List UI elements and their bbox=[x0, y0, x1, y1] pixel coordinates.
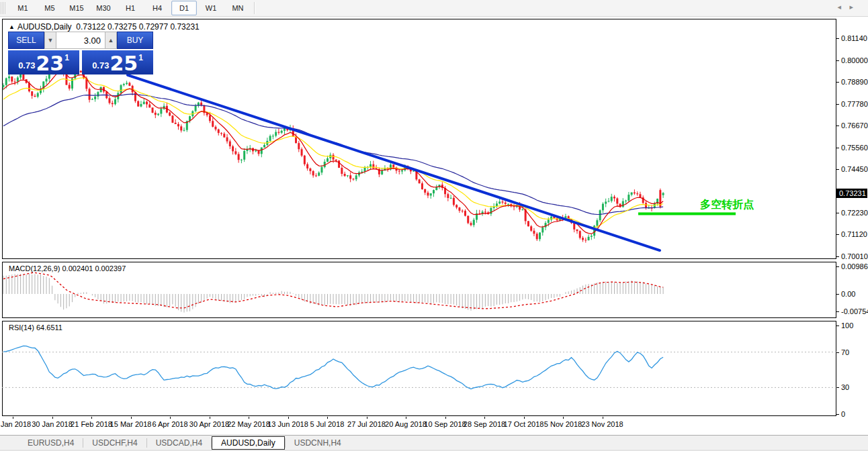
price-tick-mark bbox=[836, 256, 839, 257]
rsi-tick-mark bbox=[836, 325, 839, 326]
price-tick-mark bbox=[836, 234, 839, 235]
timeframe-button-h1[interactable]: H1 bbox=[118, 1, 143, 15]
price-tick-label: 0.74450 bbox=[841, 165, 868, 173]
rsi-value: 64.6511 bbox=[36, 323, 62, 332]
rsi-tick-mark bbox=[836, 352, 839, 353]
timeframe-toolbar: M1M5M15M30H1H4D1W1MN bbox=[0, 0, 868, 17]
rsi-label: RSI(14) 64.6511 bbox=[9, 323, 62, 332]
volume-down-button[interactable]: ▼ bbox=[44, 32, 56, 49]
volume-input[interactable]: 3.00 bbox=[56, 32, 105, 49]
rsi-tick-label: 30 bbox=[841, 383, 849, 391]
macd-indicator-pane[interactable]: MACD(12,26,9) 0.002401 0.002397 bbox=[2, 262, 836, 318]
date-label: 13 Jun 2018 bbox=[267, 420, 308, 428]
date-label: 15 Mar 2018 bbox=[110, 420, 152, 428]
buy-button[interactable]: BUY bbox=[117, 32, 153, 49]
macd-values: 0.002401 0.002397 bbox=[62, 264, 126, 272]
price-tick-mark bbox=[836, 126, 839, 126]
rsi-tick-mark bbox=[836, 414, 839, 415]
buy-price-base: 0.73 bbox=[92, 60, 109, 70]
macd-tick-mark bbox=[836, 294, 839, 295]
macd-tick-label: 0.00 bbox=[841, 290, 855, 298]
price-tick-label: 0.78890 bbox=[841, 78, 868, 86]
price-tick-mark bbox=[836, 60, 839, 61]
price-tick-label: 0.76670 bbox=[841, 121, 868, 130]
date-tick-mark bbox=[52, 417, 53, 419]
timeframe-button-m1[interactable]: M1 bbox=[10, 1, 36, 15]
collapse-arrow-icon[interactable]: ▲ bbox=[9, 23, 15, 30]
timeframe-button-mn[interactable]: MN bbox=[225, 1, 251, 15]
volume-up-button[interactable]: ▲ bbox=[105, 32, 117, 49]
rsi-tick-label: 0 bbox=[841, 410, 845, 418]
sell-price-pipette: 1 bbox=[64, 53, 69, 62]
timeframe-button-m30[interactable]: M30 bbox=[91, 1, 116, 15]
timeframe-button-h4[interactable]: H4 bbox=[144, 1, 170, 15]
date-label: 27 Jul 2018 bbox=[347, 420, 386, 428]
date-tick-mark bbox=[563, 417, 564, 419]
tab-scroll-right-icon[interactable]: ▸ bbox=[849, 3, 853, 11]
chart-tab-usdcnh[interactable]: USDCNH,H4 bbox=[286, 436, 350, 450]
chart-tab-eurusd[interactable]: EURUSD,H4 bbox=[19, 436, 83, 450]
macd-tick-label: 0.009863 bbox=[841, 262, 868, 270]
chart-tab-usdchf[interactable]: USDCHF,H4 bbox=[83, 436, 146, 450]
buy-price-button[interactable]: 0.73 25 1 bbox=[82, 50, 153, 74]
symbol-period-label: AUDUSD,Daily bbox=[17, 22, 72, 32]
main-chart-pane[interactable]: 多空转折点 ▲AUDUSD,Daily 0.73122 0.73275 0.72… bbox=[2, 19, 836, 259]
chart-tab-audusd[interactable]: AUDUSD,Daily bbox=[212, 436, 285, 450]
price-tick-label: 0.71120 bbox=[841, 230, 867, 238]
date-label: 21 Feb 2018 bbox=[71, 420, 112, 428]
price-tick-label: 0.70010 bbox=[841, 252, 868, 260]
current-price-tag: 0.73231 bbox=[836, 189, 867, 198]
date-label: 5 Jul 2018 bbox=[310, 420, 345, 428]
price-tick-label: 0.80000 bbox=[841, 56, 868, 64]
tab-scroll-left-icon[interactable]: ◂ bbox=[837, 3, 841, 11]
price-tick-label: 0.81140 bbox=[841, 34, 867, 42]
date-tick-mark bbox=[406, 417, 406, 419]
date-axis[interactable]: 8 Jan 201830 Jan 201821 Feb 201815 Mar 2… bbox=[2, 417, 836, 433]
macd-tick-mark bbox=[836, 266, 839, 267]
date-tick-mark bbox=[484, 417, 485, 419]
price-tick-mark bbox=[836, 82, 839, 83]
chart-tab-bar: EURUSD,H4USDCHF,H4USDCAD,H4AUDUSD,DailyU… bbox=[0, 435, 868, 450]
date-label: 20 Aug 2018 bbox=[385, 420, 427, 428]
date-tick-mark bbox=[210, 417, 210, 419]
chart-header: ▲AUDUSD,Daily 0.73122 0.73275 0.72977 0.… bbox=[9, 22, 200, 32]
chart-tab-usdcad[interactable]: USDCAD,H4 bbox=[147, 436, 211, 450]
macd-name: MACD(12,26,9) bbox=[9, 264, 60, 272]
date-tick-mark bbox=[288, 417, 289, 419]
timeframe-button-m15[interactable]: M15 bbox=[64, 1, 89, 15]
price-tick-mark bbox=[836, 169, 839, 170]
sell-price-base: 0.73 bbox=[18, 60, 35, 70]
timeframe-button-w1[interactable]: W1 bbox=[198, 1, 224, 15]
toolbar-grip-icon[interactable] bbox=[1, 2, 5, 14]
price-tick-mark bbox=[836, 104, 839, 105]
date-label: 17 Oct 2018 bbox=[504, 420, 544, 428]
rsi-indicator-pane[interactable]: RSI(14) 64.6511 bbox=[2, 321, 836, 416]
price-tick-label: 0.75560 bbox=[841, 144, 868, 152]
sell-price-button[interactable]: 0.73 23 1 bbox=[8, 50, 79, 74]
price-tick-mark bbox=[836, 38, 839, 39]
date-tick-mark bbox=[170, 417, 171, 419]
rsi-tick-label: 70 bbox=[841, 348, 849, 356]
date-label: 10 Sep 2018 bbox=[424, 420, 466, 428]
sell-button[interactable]: SELL bbox=[8, 32, 44, 49]
timeframe-button-m5[interactable]: M5 bbox=[37, 1, 62, 15]
price-tick-mark bbox=[836, 213, 839, 213]
macd-label: MACD(12,26,9) 0.002401 0.002397 bbox=[9, 264, 126, 272]
date-label: 30 Jan 2018 bbox=[32, 420, 73, 428]
price-tick-mark bbox=[836, 148, 839, 148]
macd-chart bbox=[2, 262, 836, 318]
price-axis[interactable]: 0.811400.800000.788900.777800.766700.755… bbox=[836, 19, 868, 433]
price-tick-label: 0.77780 bbox=[841, 100, 868, 108]
buy-price-pipette: 1 bbox=[138, 53, 143, 62]
one-click-trading-panel: SELL ▼ 3.00 ▲ BUY 0.73 23 1 0.73 25 1 bbox=[8, 32, 153, 74]
date-label: 22 May 2018 bbox=[227, 420, 270, 428]
ohlc-values: 0.73122 0.73275 0.72977 0.73231 bbox=[76, 22, 200, 32]
date-label: 6 Apr 2018 bbox=[152, 420, 187, 428]
date-tick-mark bbox=[603, 417, 603, 419]
macd-tick-mark bbox=[836, 311, 839, 312]
timeframe-button-d1[interactable]: D1 bbox=[171, 1, 197, 15]
toolbar-separator bbox=[254, 2, 255, 14]
buy-price-pips: 25 bbox=[110, 54, 138, 73]
date-label: 8 Jan 2018 bbox=[0, 420, 31, 428]
rsi-chart bbox=[2, 321, 836, 416]
